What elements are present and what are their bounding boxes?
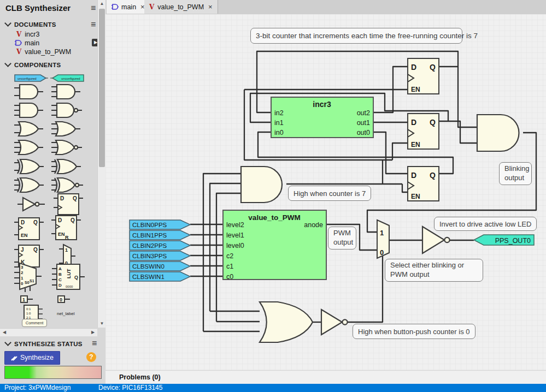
palette-xor2-gate[interactable]	[13, 157, 48, 176]
annotation-high-counter7[interactable]: High when counter is 7	[288, 186, 371, 201]
close-tab-icon[interactable]: ×	[208, 3, 213, 11]
wrench-icon	[11, 354, 17, 361]
palette-xor4-gate[interactable]	[13, 176, 48, 194]
svg-text:c1: c1	[226, 263, 233, 270]
svg-text:Q: Q	[71, 217, 75, 223]
annotation-select-output[interactable]: Select either blinking or PWM output	[385, 259, 483, 282]
scrollbar-thumb[interactable]	[99, 9, 105, 167]
input-pin-clbswin0[interactable]: CLBSWIN0	[130, 262, 190, 271]
input-pin-clbin0pps[interactable]: CLBIN0PPS	[130, 220, 190, 229]
svg-text:S0: S0	[25, 281, 30, 284]
palette-and3-gate[interactable]	[50, 83, 85, 100]
palette-const1[interactable]: 1	[20, 295, 38, 304]
sidebar-vscrollbar[interactable]: ▲ ▼	[97, 0, 106, 328]
svg-text:Q: Q	[430, 118, 436, 127]
palette-comment[interactable]: Comment	[22, 319, 47, 327]
palette-xnor-gate[interactable]	[50, 176, 85, 194]
tab-main[interactable]: main×	[107, 0, 150, 14]
palette-nand-gate[interactable]	[50, 102, 85, 119]
schematic-file-icon	[15, 40, 22, 47]
input-pin-clbin2pps[interactable]: CLBIN2PPS	[130, 241, 190, 250]
svg-text:3: 3	[21, 265, 24, 270]
palette-or3-gate[interactable]	[50, 120, 85, 138]
palette-const0[interactable]: 0	[57, 295, 75, 304]
doc-item-main[interactable]: main	[15, 39, 39, 48]
palette-nor-gate[interactable]	[50, 139, 85, 156]
palette-hscrollbar[interactable]: ◀ ▶	[0, 328, 97, 336]
dff-bit1[interactable]: D Q EN	[408, 114, 439, 149]
svg-text:Q: Q	[430, 63, 436, 72]
annotation-blinking-output[interactable]: Blinking output	[499, 162, 532, 185]
input-pin-clbswin1[interactable]: CLBSWIN1	[130, 272, 190, 281]
synthesize-menu-icon[interactable]: ≡	[92, 340, 101, 347]
svg-text:level0: level0	[226, 242, 244, 250]
palette-or2-gate[interactable]	[13, 120, 48, 138]
annotation-invert-led[interactable]: Invert to drive active low LED	[434, 217, 537, 231]
and2-gate-blink[interactable]	[477, 115, 519, 151]
tab-value-to-pwm[interactable]: Vvalue_to_PWM×	[144, 0, 218, 14]
synthesize-status-header[interactable]: SYNTHESIZE STATUS	[5, 341, 83, 347]
svg-text:value_to_PWM: value_to_PWM	[248, 213, 300, 222]
input-pin-clbin1pps[interactable]: CLBIN1PPS	[130, 230, 190, 240]
svg-text:incr3: incr3	[313, 100, 331, 109]
mux2[interactable]: 1 0	[377, 220, 389, 258]
annotation-high-counter0[interactable]: High when button-push counter is 0	[353, 324, 475, 339]
app-title: CLB Synthesizer	[5, 3, 71, 13]
palette-and2-gate[interactable]	[13, 83, 48, 100]
documents-header[interactable]: DOCUMENTS	[5, 21, 56, 28]
svg-text:CLBIN0PPS: CLBIN0PPS	[132, 222, 167, 228]
palette-xor3-gate[interactable]	[50, 157, 85, 176]
schematic-canvas[interactable]: 1 0 D Q EN D Q EN	[105, 14, 546, 370]
scroll-down-icon[interactable]: ▼	[98, 320, 106, 328]
svg-text:C: C	[58, 277, 62, 282]
scroll-right-icon[interactable]: ▶	[89, 329, 97, 336]
svg-text:D: D	[411, 171, 416, 180]
palette-dff[interactable]: D Q	[52, 192, 86, 216]
block-value-to-pwm[interactable]: value_to_PWM level2 level1 level0 c2 c1 …	[223, 210, 326, 281]
sidebar: CLB Synthesizer ≡ DOCUMENTS ≡ Vincr3 mai…	[0, 0, 97, 384]
annotation-pwm-output[interactable]: PWM output	[328, 227, 356, 250]
palette-output-pin[interactable]: unconfigured	[50, 74, 84, 82]
and3-gate-counter7[interactable]	[241, 167, 282, 203]
palette-dff-en[interactable]: D Q EN	[13, 216, 47, 241]
palette-dff-en-r[interactable]: D Q EN R	[50, 214, 84, 243]
palette-lut[interactable]: A B C D LUT Q 0000	[50, 262, 86, 293]
help-button[interactable]: ?	[86, 352, 96, 362]
scroll-left-icon[interactable]: ◀	[1, 329, 8, 336]
synthesize-progress-bar	[4, 366, 102, 379]
verilog-file-icon: V	[16, 31, 21, 38]
svg-text:EN: EN	[411, 193, 420, 200]
synthesize-button[interactable]: Synthesize	[4, 351, 60, 365]
block-incr3[interactable]: incr3 in2 in1 in0 out2 out1 out0	[271, 97, 373, 138]
svg-text:1: 1	[21, 276, 24, 281]
scroll-up-icon[interactable]: ▲	[98, 0, 106, 8]
svg-text:D: D	[411, 118, 416, 127]
dff-bit2[interactable]: D Q EN	[408, 58, 439, 94]
svg-text:EN: EN	[58, 231, 65, 237]
components-header[interactable]: COMPONENTS	[5, 62, 61, 68]
svg-text:out0: out0	[357, 129, 370, 136]
svg-text:CLBIN2PPS: CLBIN2PPS	[132, 242, 167, 249]
svg-text:1: 1	[65, 247, 68, 253]
input-pin-clbin3pps[interactable]: CLBIN3PPS	[130, 251, 190, 260]
palette-or4-gate[interactable]	[13, 139, 48, 156]
status-bar: Project: 3xPWMdesign Device: PIC16F13145	[0, 384, 546, 392]
annotation-counter[interactable]: 3-bit counter that increments each time …	[250, 28, 462, 44]
palette-and4-gate[interactable]	[13, 102, 48, 119]
palette-mux4[interactable]: 3 2 1 0 S0 S1	[12, 262, 48, 293]
doc-item-value-to-pwm[interactable]: Vvalue_to_PWM	[16, 48, 71, 57]
problems-bar[interactable]: Problems (0)	[105, 370, 546, 384]
dff-bit0[interactable]: D Q EN	[408, 167, 439, 201]
palette-input-pin[interactable]: unconfigured	[14, 74, 48, 82]
svg-text:level1: level1	[226, 231, 244, 239]
svg-text:2: 2	[21, 270, 24, 275]
palette-inverter-gate[interactable]	[15, 195, 47, 213]
svg-text:c2: c2	[226, 252, 233, 260]
chevron-down-icon	[4, 20, 11, 27]
svg-text:0: 0	[60, 297, 62, 302]
doc-item-incr3[interactable]: Vincr3	[16, 31, 39, 39]
svg-text:Q: Q	[74, 275, 78, 280]
output-pin-pps-out0[interactable]: PPS_OUT0	[474, 235, 534, 245]
svg-text:CLBSWIN1: CLBSWIN1	[132, 274, 165, 280]
palette-net-label[interactable]: net_label	[57, 311, 74, 316]
